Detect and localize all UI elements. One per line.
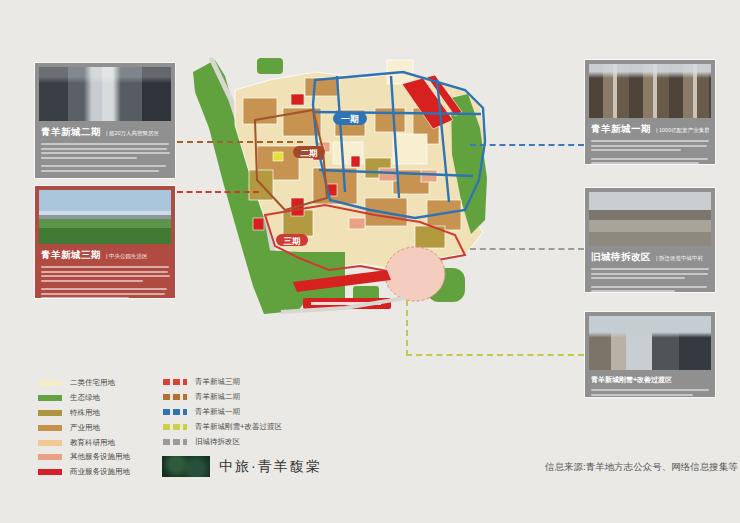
legend-item: 生态绿地 xyxy=(38,391,130,406)
legend-item: 特殊用地 xyxy=(38,406,130,421)
parcel xyxy=(253,218,264,230)
legend-swatch xyxy=(163,439,187,445)
phase3-pill: 三期 xyxy=(276,234,308,246)
phase2-pill: 二期 xyxy=(293,146,325,158)
leader-phase1 xyxy=(470,144,584,146)
legend-item: 教育科研用地 xyxy=(38,435,130,450)
transition-body-text-lines xyxy=(589,389,711,396)
phase1-subtitle: | 1000亿配套产业集群 xyxy=(656,127,709,134)
legend-item: 青羊新城一期 xyxy=(163,405,282,420)
logo-text: 中旅·青羊馥棠 xyxy=(219,458,322,476)
legend-swatch xyxy=(38,469,62,475)
legend-item: 其他服务设施用地 xyxy=(38,450,130,465)
parcel xyxy=(393,134,427,164)
legend-swatch xyxy=(163,424,187,430)
parcel xyxy=(291,94,304,105)
transition-title: 青羊新城刚需+改善过渡区 xyxy=(591,375,672,385)
card-phase3: 青羊新城三期 | 中央公园生活区 xyxy=(35,186,175,298)
leader-phase3 xyxy=(177,191,259,193)
phase2-title: 青羊新城二期 xyxy=(41,126,101,139)
card-transition: 青羊新城刚需+改善过渡区 xyxy=(585,312,715,397)
legend-item: 商业服务设施用地 xyxy=(38,465,130,480)
leader-phase2 xyxy=(177,141,303,143)
legend-swatch xyxy=(38,380,62,386)
phase1-pill: 一期 xyxy=(333,112,367,125)
old-town-body-text-lines xyxy=(589,268,711,292)
legend-label: 二类住宅用地 xyxy=(70,378,115,388)
old-town-photo xyxy=(589,192,711,246)
transition-photo xyxy=(589,316,711,370)
phase3-photo xyxy=(39,190,171,244)
parcel-yellow xyxy=(273,152,283,161)
card-phase2: 青羊新城二期 | 超20万人高密聚居区 xyxy=(35,63,175,178)
legend-land-use: 二类住宅用地生态绿地特殊用地产业用地教育科研用地其他服务设施用地商业服务设施用地 xyxy=(38,376,130,480)
legend-swatch xyxy=(38,410,62,416)
legend-item: 青羊新城二期 xyxy=(163,390,282,405)
parcel xyxy=(379,168,397,181)
legend-item: 二类住宅用地 xyxy=(38,376,130,391)
phase2-title-row: 青羊新城二期 | 超20万人高密聚居区 xyxy=(41,126,169,139)
legend-label: 特殊用地 xyxy=(70,408,100,418)
card-phase1: 青羊新城一期 | 1000亿配套产业集群 xyxy=(585,60,715,164)
legend-label: 教育科研用地 xyxy=(70,438,115,448)
legend-swatch xyxy=(38,454,62,460)
green-patch xyxy=(257,58,283,74)
legend-label: 其他服务设施用地 xyxy=(70,452,130,462)
legend-item: 产业用地 xyxy=(38,420,130,435)
legend-label: 生态绿地 xyxy=(70,393,100,403)
card-old-town: 旧城待拆改区 | 拆迁改造中城中村 xyxy=(585,188,715,292)
logo-image xyxy=(162,456,210,477)
phase3-title-row: 青羊新城三期 | 中央公园生活区 xyxy=(41,249,169,262)
legend-label: 青羊新城三期 xyxy=(195,377,240,387)
legend-swatch xyxy=(163,394,187,400)
phase3-body-text-lines xyxy=(39,266,171,299)
legend-item: 旧城待拆改区 xyxy=(163,434,282,449)
poster-page: { "cards": { "phase2": {"title": "青羊新城二期… xyxy=(0,0,740,523)
phase1-photo xyxy=(589,64,711,118)
phase1-title: 青羊新城一期 xyxy=(591,123,651,136)
phase2-photo xyxy=(39,67,171,121)
phase1-label: 一期 xyxy=(341,114,359,124)
leader-transition-h xyxy=(406,354,584,356)
phase3-subtitle: | 中央公园生活区 xyxy=(106,253,147,260)
phase3-label: 三期 xyxy=(284,236,302,246)
parcel xyxy=(351,156,360,167)
legend-phases: 青羊新城三期青羊新城二期青羊新城一期青羊新城刚需+改善过渡区旧城待拆改区 xyxy=(163,375,282,449)
legend-label: 旧城待拆改区 xyxy=(195,437,240,447)
legend-label: 青羊新城二期 xyxy=(195,392,240,402)
old-town-subtitle: | 拆迁改造中城中村 xyxy=(656,255,703,262)
phase3-title: 青羊新城三期 xyxy=(41,249,101,262)
phase2-body-text-lines xyxy=(39,143,171,172)
parcel xyxy=(421,170,437,182)
legend-label: 青羊新城刚需+改善过渡区 xyxy=(195,422,282,432)
legend-swatch xyxy=(163,409,187,415)
transition-title-row: 青羊新城刚需+改善过渡区 xyxy=(591,375,709,385)
land-use-map: 一期 二期 三期 xyxy=(165,50,595,380)
source-note: 信息来源:青羊地方志公众号、网络信息搜集等 xyxy=(545,461,738,474)
legend-item: 青羊新城三期 xyxy=(163,375,282,390)
legend-swatch xyxy=(163,379,187,385)
parcel xyxy=(349,218,365,229)
phase2-label: 二期 xyxy=(301,148,319,158)
phase1-title-row: 青羊新城一期 | 1000亿配套产业集群 xyxy=(591,123,709,136)
leader-old-town xyxy=(470,248,584,250)
old-town-title: 旧城待拆改区 xyxy=(591,251,651,264)
phase2-subtitle: | 超20万人高密聚居区 xyxy=(106,130,159,137)
legend-label: 商业服务设施用地 xyxy=(70,467,130,477)
transition-zone xyxy=(385,247,445,301)
leader-transition-v xyxy=(406,300,408,356)
legend-swatch xyxy=(38,440,62,446)
phase1-body-text-lines xyxy=(589,140,711,164)
parcel xyxy=(305,78,339,96)
old-town-title-row: 旧城待拆改区 | 拆迁改造中城中村 xyxy=(591,251,709,264)
legend-item: 青羊新城刚需+改善过渡区 xyxy=(163,419,282,434)
legend-label: 青羊新城一期 xyxy=(195,407,240,417)
legend-swatch xyxy=(38,425,62,431)
legend-label: 产业用地 xyxy=(70,423,100,433)
legend-swatch xyxy=(38,395,62,401)
